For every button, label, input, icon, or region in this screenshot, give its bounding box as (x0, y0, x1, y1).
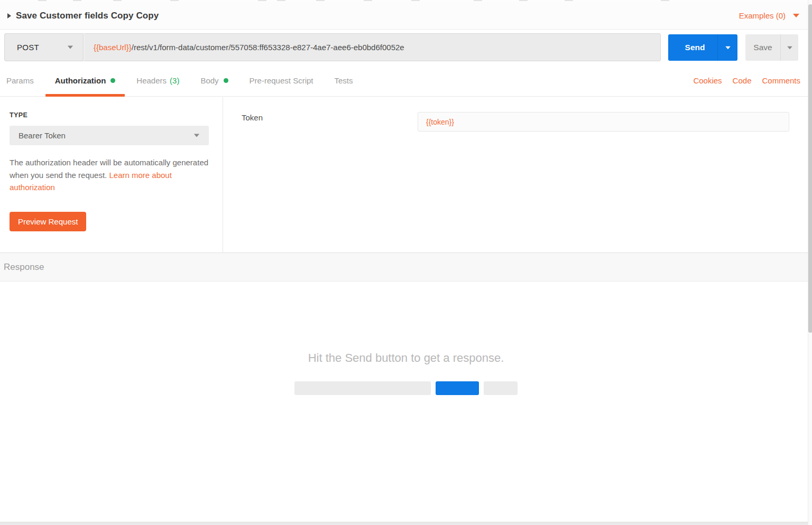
response-empty-state: Hit the Send button to get a response. (0, 282, 812, 522)
tab-body[interactable]: Body (190, 76, 238, 96)
method-value: POST (17, 43, 39, 52)
save-label: Save (745, 43, 780, 52)
authorization-panel: TYPE Bearer Token The authorization head… (0, 97, 812, 252)
auth-type-pane: TYPE Bearer Token The authorization head… (0, 97, 223, 252)
type-label: TYPE (10, 111, 27, 119)
title-bar: Save Customer fields Copy Copy Examples … (0, 2, 812, 30)
headers-count-badge: (3) (170, 76, 179, 85)
chevron-down-icon (725, 46, 731, 49)
response-title: Response (4, 262, 44, 273)
url-path: /rest/v1/form-data/customer/557058:ff653… (132, 43, 404, 52)
auth-type-value: Bearer Token (19, 131, 66, 140)
request-utility-links: Cookies Code Comments (682, 76, 800, 96)
examples-dropdown[interactable]: Examples (0) (739, 11, 799, 20)
save-options-dropdown[interactable] (780, 34, 798, 61)
auth-details-pane: Token {{token}} (223, 97, 812, 252)
url-text: {{baseUrl}}/rest/v1/form-data/customer/5… (94, 43, 404, 52)
request-builder-row: POST {{baseUrl}}/rest/v1/form-data/custo… (0, 30, 812, 62)
chevron-down-icon (68, 46, 73, 49)
send-options-dropdown[interactable] (717, 34, 737, 61)
method-dropdown[interactable]: POST (4, 33, 84, 61)
examples-label: Examples (0) (739, 11, 786, 20)
response-section-header: Response (0, 252, 812, 282)
auth-type-dropdown[interactable]: Bearer Token (10, 126, 209, 145)
token-input[interactable]: {{token}} (418, 112, 789, 132)
tab-headers[interactable]: Headers (3) (126, 76, 190, 96)
postman-request-window: Save Customer fields Copy Copy Examples … (0, 0, 812, 525)
chevron-down-icon (793, 14, 799, 17)
comments-link[interactable]: Comments (762, 76, 800, 85)
send-illustration (0, 381, 812, 395)
chevron-down-icon (194, 134, 199, 137)
active-tab-underline (45, 94, 125, 97)
changed-indicator-dot (110, 78, 115, 83)
send-label: Send (668, 43, 717, 52)
send-button[interactable]: Send (668, 34, 737, 61)
token-label: Token (242, 113, 263, 122)
code-link[interactable]: Code (733, 76, 752, 85)
tab-pre-request-script[interactable]: Pre-request Script (239, 76, 324, 96)
preview-request-button[interactable]: Preview Request (10, 212, 86, 231)
url-variable: {{baseUrl}} (94, 43, 132, 52)
tab-authorization[interactable]: Authorization (44, 76, 126, 96)
skeleton-send-button (436, 381, 479, 395)
url-input[interactable]: {{baseUrl}}/rest/v1/form-data/customer/5… (84, 33, 661, 61)
request-tabs: Params Authorization Headers (3) Body Pr… (0, 62, 812, 97)
token-value: {{token}} (426, 118, 454, 126)
changed-indicator-dot (224, 78, 228, 83)
tab-params[interactable]: Params (0, 76, 44, 96)
empty-response-hint: Hit the Send button to get a response. (0, 351, 812, 365)
scrollbar-thumb[interactable] (808, 4, 812, 333)
cookies-link[interactable]: Cookies (693, 76, 722, 85)
chevron-down-icon (787, 46, 792, 49)
cutoff-status-bar (0, 522, 812, 525)
collapse-caret-icon[interactable] (7, 13, 11, 18)
auth-description: The authorization header will be automat… (10, 156, 211, 194)
tab-tests[interactable]: Tests (324, 76, 363, 96)
save-button[interactable]: Save (745, 34, 798, 61)
scrollbar[interactable] (808, 0, 812, 525)
skeleton-save-button (484, 381, 518, 395)
request-title: Save Customer fields Copy Copy (16, 11, 159, 21)
skeleton-url-bar (294, 381, 431, 395)
